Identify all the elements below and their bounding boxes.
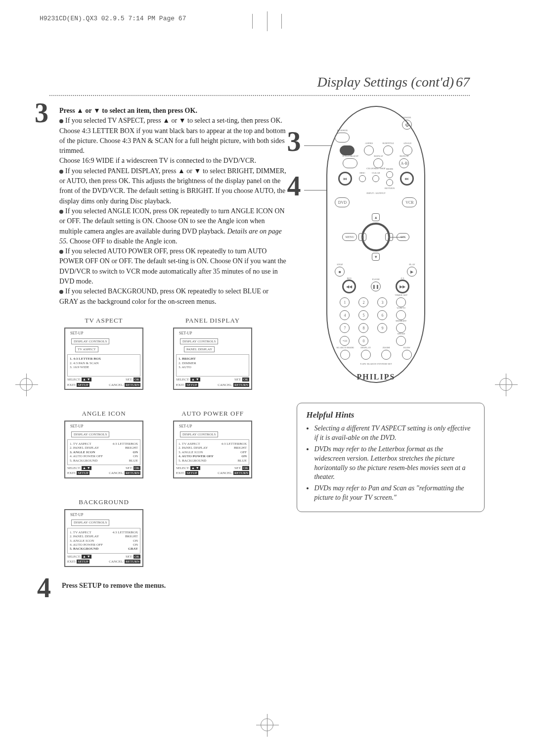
memory-button[interactable]: MEMORY [396,323,406,333]
return-button[interactable]: RETURN [386,179,393,186]
angle-button[interactable]: ANGLE [402,145,412,155]
num-0[interactable]: 0 [358,336,368,346]
search-button[interactable]: SEARCH MODE [340,350,350,360]
bullet-icon [59,290,63,294]
vcrtv-button[interactable]: VCR/TV [396,310,406,320]
bullet-icon [59,119,63,123]
ff-button[interactable]: F.F.▶▶ [396,280,409,293]
play-button[interactable]: PLAY▶ [407,267,417,277]
divider [49,95,470,96]
subtitle-button[interactable]: SUBTITLE [383,145,393,155]
step3-heading: Press ▲ or ▼ to select an item, then pre… [59,107,197,114]
num-2[interactable]: 2 [358,297,368,307]
bullet-icon [59,250,63,254]
hint-item: DVDs may refer to the Letterbox format a… [314,445,475,482]
menu-tv-aspect: TV ASPECT SET-UP DISPLAY CONTROLS TV ASP… [64,317,143,390]
clear-button[interactable]: CLEAR [372,175,379,182]
crop-mark-top [252,14,282,29]
header-code: H9231CD(EN).QX3 02.9.5 7:14 PM Page 67 [40,15,186,22]
repeat-ab-button[interactable]: REPEATA-B [399,158,409,168]
menu-button[interactable]: MENU [342,233,357,241]
step4: 4 Press SETUP to remove the menus. [49,582,287,590]
hint-item: Selecting a different TV ASPECT setting … [314,424,475,443]
num-3[interactable]: 3 [377,297,387,307]
num-plus10[interactable]: +10 [340,336,350,346]
menu-angle-icon: ANGLE ICON SET-UP DISPLAY CONTROLS 1. TV… [64,410,143,478]
callout-4: 4 [287,170,301,202]
display-button[interactable]: DISPLAY [361,350,371,360]
step-number-3: 3 [35,97,48,129]
menu-panel-display: PANEL DISPLAY SET-UP DISPLAY CONTROLS PA… [173,317,252,390]
crop-mark-left [20,378,35,393]
timer-set-button[interactable]: TIMER SET [396,297,406,307]
marker-button[interactable]: MARKER [335,133,350,142]
pause-button[interactable]: PAUSE❚❚ [371,282,381,291]
hints-title: Helpful Hints [306,410,475,420]
num-8[interactable]: 8 [358,323,368,333]
bullet-icon [59,170,63,174]
num-7[interactable]: 7 [340,323,350,333]
hint-item: DVDs may refer to Pan and Scan as "refor… [314,484,475,503]
step-number-4: 4 [37,572,51,604]
dpad-down[interactable]: ▾ [372,253,380,261]
mode-button[interactable]: MODE [386,171,393,178]
bullet-icon [59,210,63,214]
ok-button[interactable]: OK [397,233,409,241]
stop-button[interactable]: STOP■ [335,267,345,277]
num-9[interactable]: 9 [377,323,387,333]
menu-background: BACKGROUND SET-UP DISPLAY CONTROLS 1. TV… [64,498,143,567]
repeat-button[interactable]: REPEAT [373,158,383,168]
dpad-left[interactable]: ◂ [358,233,366,241]
menu-footer: SELECT: ▲ ▼ SET: OK [67,378,140,381]
dvd-button[interactable]: DVD [335,197,350,207]
crop-mark-bottom [261,718,273,731]
menu-auto-power-off: AUTO POWER OFF SET-UP DISPLAY CONTROLS 1… [173,410,252,478]
num-4[interactable]: 4 [340,310,350,320]
callout-3: 3 [287,126,301,157]
step3-text: Press ▲ or ▼ to select an item, then pre… [59,106,287,307]
brand-logo: PHILIPS [335,373,417,381]
power-button[interactable]: POWER⏻ [402,120,412,130]
num-1[interactable]: 1 [340,297,350,307]
speed-button[interactable]: SPEED [396,336,406,346]
skip-back-button[interactable]: ⏮ [338,172,352,186]
crop-mark-right [499,378,514,393]
title-button[interactable]: TITLE/DIGEST [343,158,357,168]
dpad-up[interactable]: ▴ [372,213,380,221]
zoom-button[interactable]: ZOOM [381,350,391,360]
audio-button[interactable]: AUDIO [364,145,374,155]
vcr-button[interactable]: VCR [402,197,417,207]
remote-control: POWER⏻ MARKER SETUP AUDIO SUBTITLE ANGLE… [326,106,425,383]
disc-button[interactable]: DISC [359,175,366,182]
num-6[interactable]: 6 [377,310,387,320]
num-5[interactable]: 5 [358,310,368,320]
helpful-hints-box: Helpful Hints Selecting a different TV A… [297,403,485,512]
slow-button[interactable]: SLOW [402,350,412,360]
rev-button[interactable]: REV◀◀ [342,280,356,293]
page-number: 67 [456,74,470,90]
setup-button[interactable]: SETUP [340,145,355,155]
skip-fwd-button[interactable]: ⏭ [400,172,414,186]
page-title: Display Settings (cont'd) [317,74,454,90]
